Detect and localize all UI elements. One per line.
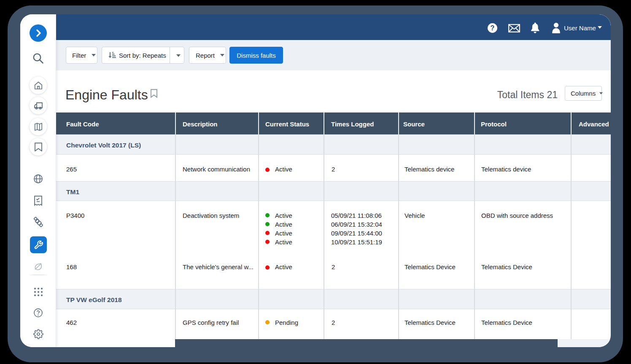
- svg-text:?: ?: [491, 24, 495, 32]
